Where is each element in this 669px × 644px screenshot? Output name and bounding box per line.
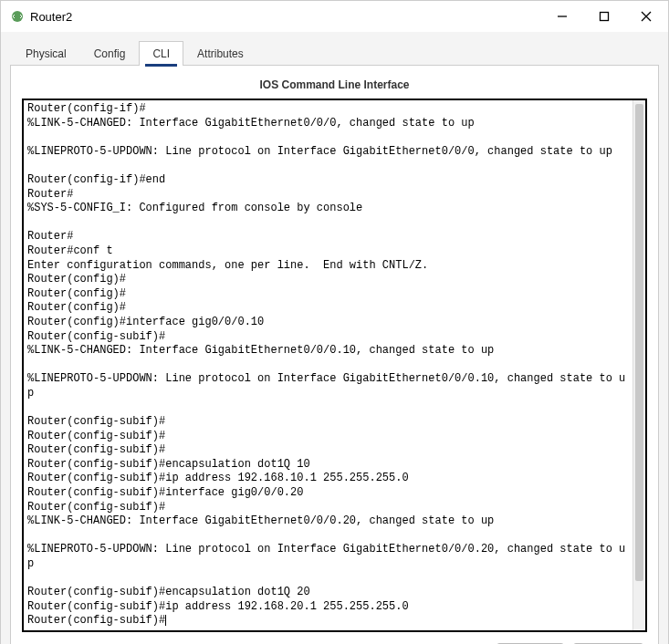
minimize-button[interactable] bbox=[549, 4, 575, 29]
titlebar-left: Router2 bbox=[10, 9, 72, 24]
tab-attributes[interactable]: Attributes bbox=[183, 41, 257, 66]
app-window: Router2 Physical Config CLI Attributes I… bbox=[0, 0, 669, 644]
tab-row: Physical Config CLI Attributes bbox=[10, 41, 659, 66]
tab-cli[interactable]: CLI bbox=[139, 41, 183, 66]
router-icon bbox=[10, 9, 25, 24]
cli-header: IOS Command Line Interface bbox=[22, 75, 647, 99]
window-controls bbox=[549, 4, 659, 29]
tab-config[interactable]: Config bbox=[80, 41, 140, 66]
scrollbar-thumb[interactable] bbox=[635, 104, 643, 581]
maximize-button[interactable] bbox=[591, 4, 617, 29]
tab-physical[interactable]: Physical bbox=[12, 41, 80, 66]
svg-rect-2 bbox=[601, 13, 609, 21]
window-title: Router2 bbox=[30, 10, 72, 24]
text-cursor bbox=[165, 615, 166, 626]
svg-point-0 bbox=[12, 11, 23, 22]
scrollbar-track[interactable] bbox=[632, 100, 645, 630]
close-button[interactable] bbox=[633, 4, 659, 29]
terminal-container: Router(config-if)# %LINK-5-CHANGED: Inte… bbox=[22, 99, 647, 632]
terminal-output[interactable]: Router(config-if)# %LINK-5-CHANGED: Inte… bbox=[24, 100, 632, 630]
button-row: Copy Paste bbox=[22, 632, 647, 644]
content-area: Physical Config CLI Attributes IOS Comma… bbox=[1, 32, 668, 644]
terminal-text: Router(config-if)# %LINK-5-CHANGED: Inte… bbox=[27, 102, 625, 627]
titlebar: Router2 bbox=[1, 1, 668, 32]
tab-body-cli: IOS Command Line Interface Router(config… bbox=[10, 65, 659, 644]
